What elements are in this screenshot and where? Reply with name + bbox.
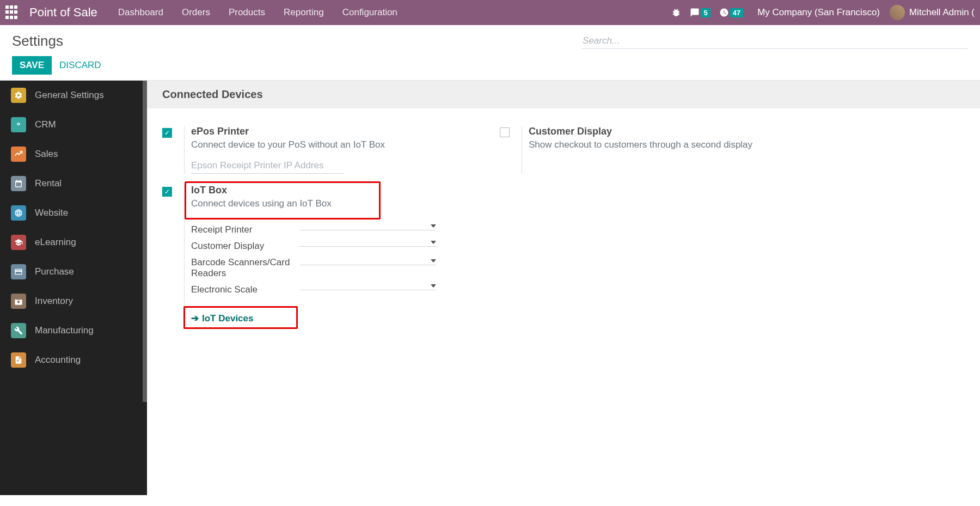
link-label: IoT Devices — [202, 313, 254, 324]
chevron-down-icon — [431, 224, 436, 228]
field-label: Customer Display — [191, 239, 300, 252]
field-receipt-printer: Receipt Printer — [191, 222, 489, 235]
apps-icon[interactable] — [5, 5, 20, 20]
sidebar-label: Purchase — [35, 266, 74, 277]
arrow-right-icon: ➔ — [191, 313, 199, 324]
user-menu[interactable]: Mitchell Admin ( — [890, 5, 975, 20]
iot-devices-link[interactable]: ➔ IoT Devices — [191, 313, 254, 324]
save-button[interactable]: SAVE — [12, 56, 52, 75]
sidebar-label: Inventory — [35, 296, 73, 307]
chevron-down-icon — [431, 259, 436, 263]
sidebar-item-general[interactable]: General Settings — [0, 81, 147, 110]
field-label: Barcode Scanners/Card Readers — [191, 255, 300, 279]
debug-icon[interactable] — [671, 8, 681, 17]
calendar-icon — [11, 176, 26, 191]
select-barcode[interactable] — [300, 257, 436, 265]
field-label: Electronic Scale — [191, 282, 300, 295]
select-receipt-printer[interactable] — [300, 222, 436, 230]
setting-desc: Show checkout to customers through a sec… — [529, 139, 826, 150]
sidebar-label: Sales — [35, 149, 58, 160]
wrench-icon — [11, 323, 26, 338]
sidebar-item-rental[interactable]: Rental — [0, 169, 147, 198]
setting-desc: Connect device to your PoS without an Io… — [191, 139, 489, 150]
messages-icon[interactable]: 5 — [690, 8, 710, 17]
graduation-icon — [11, 235, 26, 250]
nav-dashboard[interactable]: Dashboard — [118, 7, 163, 18]
sidebar-label: Website — [35, 208, 68, 218]
document-icon — [11, 352, 26, 368]
company-selector[interactable]: My Company (San Francisco) — [757, 7, 880, 18]
nav-orders[interactable]: Orders — [182, 7, 210, 18]
select-customer-display[interactable] — [300, 239, 436, 247]
setting-title: Customer Display — [529, 126, 826, 137]
checkbox-customer-display[interactable] — [500, 127, 510, 137]
chart-icon — [11, 147, 26, 162]
top-navbar: Point of Sale Dashboard Orders Products … — [0, 0, 980, 25]
search-input[interactable] — [581, 33, 968, 49]
select-electronic-scale[interactable] — [300, 282, 436, 290]
sidebar-item-manufacturing[interactable]: Manufacturing — [0, 316, 147, 345]
globe-icon — [11, 205, 26, 221]
setting-iot-box: ✓ IoT Box Connect devices using an IoT B… — [162, 179, 500, 333]
epos-ip-input[interactable] — [191, 158, 344, 174]
gear-icon — [11, 88, 26, 103]
section-header: Connected Devices — [147, 81, 980, 108]
sidebar-item-purchase[interactable]: Purchase — [0, 257, 147, 286]
sidebar-label: Accounting — [35, 355, 81, 365]
handshake-icon — [11, 117, 26, 132]
field-label: Receipt Printer — [191, 222, 300, 235]
sidebar-item-accounting[interactable]: Accounting — [0, 345, 147, 375]
card-icon — [11, 264, 26, 279]
settings-content: Connected Devices ✓ ePos Printer Connect… — [147, 81, 980, 495]
box-icon — [11, 294, 26, 309]
sidebar-item-website[interactable]: Website — [0, 198, 147, 228]
field-barcode: Barcode Scanners/Card Readers — [191, 255, 489, 279]
field-electronic-scale: Electronic Scale — [191, 282, 489, 295]
checkbox-iot-box[interactable]: ✓ — [162, 187, 172, 197]
control-panel: Settings SAVE DISCARD — [0, 25, 980, 81]
setting-desc: Connect devices using an IoT Box — [191, 198, 332, 209]
chevron-down-icon — [431, 284, 436, 288]
sidebar-label: General Settings — [35, 90, 104, 101]
app-brand[interactable]: Point of Sale — [29, 5, 97, 20]
setting-epos-printer: ✓ ePos Printer Connect device to your Po… — [162, 120, 500, 179]
field-customer-display: Customer Display — [191, 239, 489, 252]
sidebar-label: eLearning — [35, 237, 76, 248]
sidebar-item-inventory[interactable]: Inventory — [0, 286, 147, 316]
sidebar-label: CRM — [35, 119, 56, 130]
setting-title: ePos Printer — [191, 126, 489, 137]
checkbox-epos[interactable]: ✓ — [162, 128, 172, 138]
page-title: Settings — [12, 33, 63, 50]
activities-badge: 47 — [730, 8, 743, 17]
avatar-icon — [890, 5, 905, 20]
messages-badge: 5 — [701, 8, 710, 17]
discard-button[interactable]: DISCARD — [59, 60, 101, 71]
nav-configuration[interactable]: Configuration — [342, 7, 397, 18]
setting-customer-display: Customer Display Show checkout to custom… — [500, 120, 837, 179]
nav-reporting[interactable]: Reporting — [284, 7, 324, 18]
settings-sidebar: General Settings CRM Sales Rental Websit… — [0, 81, 147, 495]
nav-products[interactable]: Products — [229, 7, 265, 18]
sidebar-label: Rental — [35, 178, 62, 189]
user-name: Mitchell Admin ( — [909, 7, 975, 18]
sidebar-item-elearning[interactable]: eLearning — [0, 228, 147, 257]
scrollbar[interactable] — [143, 81, 147, 402]
setting-title: IoT Box — [191, 185, 332, 196]
sidebar-item-sales[interactable]: Sales — [0, 139, 147, 169]
sidebar-label: Manufacturing — [35, 325, 94, 336]
chevron-down-icon — [431, 241, 436, 244]
sidebar-item-crm[interactable]: CRM — [0, 110, 147, 139]
activities-icon[interactable]: 47 — [719, 8, 743, 17]
